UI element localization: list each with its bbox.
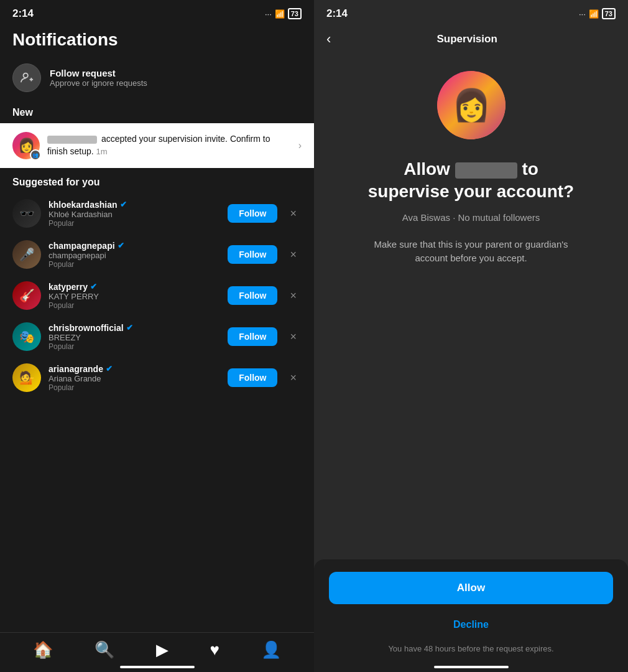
supervision-description: Make sure that this is your parent or gu… <box>366 238 577 266</box>
notification-highlight[interactable]: 👩 👥 accepted your supervision invite. Co… <box>0 123 314 168</box>
mutual-followers: No mutual followers <box>458 212 540 223</box>
left-time: 2:14 <box>12 7 34 20</box>
nav-activity-icon[interactable]: ♥ <box>210 640 219 660</box>
avatar: 🕶️ <box>12 199 41 228</box>
avatar: 🎤 <box>12 240 41 269</box>
signal-icon: ··· <box>579 9 586 19</box>
decline-button[interactable]: Decline <box>329 614 613 635</box>
sug-username: khloekardashian ✔ <box>48 200 220 210</box>
back-button[interactable]: ‹ <box>326 31 331 47</box>
dismiss-button[interactable]: × <box>285 328 302 346</box>
notif-badge-inner: 👥 <box>31 151 40 159</box>
home-indicator <box>434 666 509 668</box>
sug-username: arianagrande ✔ <box>48 364 220 374</box>
allow-title-before: Allow <box>404 159 455 179</box>
right-header: ‹ Supervision <box>314 25 628 52</box>
right-panel: 2:14 ··· 📶 73 ‹ Supervision 👩 Allow tosu… <box>314 0 628 672</box>
follow-req-text: Follow request Approve or ignore request… <box>50 68 147 88</box>
follow-req-main: Follow request <box>50 68 147 78</box>
supervisor-meta: Ava Biswas · No mutual followers <box>402 212 540 223</box>
sug-type: Popular <box>48 219 220 228</box>
list-item: 💁 arianagrande ✔ Ariana Grande Popular F… <box>0 357 314 398</box>
signal-icon: ··· <box>265 9 272 19</box>
right-bottom-sheet: Allow Decline You have 48 hours before t… <box>314 559 628 672</box>
follow-req-avatar <box>12 63 41 92</box>
left-panel: 2:14 ··· 📶 73 Notifications Follow reque… <box>0 0 314 672</box>
follow-button[interactable]: Follow <box>228 368 277 387</box>
nav-profile-icon[interactable]: 👤 <box>261 640 281 660</box>
sug-type: Popular <box>48 383 220 392</box>
verified-badge: ✔ <box>106 364 113 373</box>
svg-point-0 <box>24 73 28 78</box>
avatar: 🎸 <box>12 281 41 310</box>
sug-fullname: Khloé Kardashian <box>48 210 220 219</box>
follow-button[interactable]: Follow <box>228 286 277 305</box>
follow-button[interactable]: Follow <box>228 204 277 223</box>
supervisor-avatar: 👩 <box>437 71 506 139</box>
battery-icon: 73 <box>288 8 302 19</box>
follow-req-sub: Approve or ignore requests <box>50 78 147 88</box>
list-item: 🎤 champagnepapi ✔ champagnepapi Popular … <box>0 234 314 275</box>
nav-home-icon[interactable]: 🏠 <box>33 640 53 660</box>
supervisor-name-blurred <box>455 162 517 179</box>
allow-title: Allow tosupervise your account? <box>368 158 574 203</box>
notif-avatar-wrap: 👩 👥 <box>12 132 40 159</box>
right-time: 2:14 <box>326 7 348 20</box>
follow-button[interactable]: Follow <box>228 245 277 264</box>
supervisor-name: Ava Biswas <box>402 212 450 223</box>
left-status-bar: 2:14 ··· 📶 73 <box>0 0 314 25</box>
list-item: 🎭 chrisbrownofficial ✔ BREEZY Popular Fo… <box>0 316 314 357</box>
sug-username: champagnepapi ✔ <box>48 241 220 251</box>
notif-chevron-icon: › <box>298 140 302 151</box>
battery-icon: 73 <box>602 8 616 19</box>
sug-username: chrisbrownofficial ✔ <box>48 323 220 333</box>
right-page-title: Supervision <box>337 33 616 45</box>
right-status-icons: ··· 📶 73 <box>579 8 616 19</box>
dismiss-button[interactable]: × <box>285 205 302 223</box>
verified-badge: ✔ <box>90 282 97 291</box>
new-section-label: New <box>0 98 314 123</box>
meta-separator: · <box>453 212 458 223</box>
sug-fullname: BREEZY <box>48 333 220 342</box>
right-status-bar: 2:14 ··· 📶 73 <box>314 0 628 25</box>
avatar: 💁 <box>12 363 41 392</box>
nav-search-icon[interactable]: 🔍 <box>95 640 114 660</box>
suggested-section-label: Suggested for you <box>0 168 314 193</box>
verified-badge: ✔ <box>126 323 133 332</box>
dismiss-button[interactable]: × <box>285 369 302 387</box>
sug-info: katyperry ✔ KATY PERRY Popular <box>48 282 220 310</box>
sug-info: champagnepapi ✔ champagnepapi Popular <box>48 241 220 269</box>
sug-fullname: Ariana Grande <box>48 374 220 383</box>
notif-badge: 👥 <box>30 149 41 161</box>
follow-button[interactable]: Follow <box>228 327 277 346</box>
list-item: 🕶️ khloekardashian ✔ Khloé Kardashian Po… <box>0 193 314 234</box>
dismiss-button[interactable]: × <box>285 246 302 264</box>
list-item: 🎸 katyperry ✔ KATY PERRY Popular Follow … <box>0 275 314 316</box>
notif-text: accepted your supervision invite. Confir… <box>47 133 291 157</box>
allow-button[interactable]: Allow <box>329 572 613 604</box>
sug-fullname: KATY PERRY <box>48 292 220 301</box>
sug-info: arianagrande ✔ Ariana Grande Popular <box>48 364 220 392</box>
supervisor-avatar-img: 👩 <box>437 71 506 139</box>
wifi-icon: 📶 <box>275 9 285 19</box>
nav-reels-icon[interactable]: ▶ <box>156 640 169 660</box>
notif-blurred-name <box>47 136 97 144</box>
sug-username: katyperry ✔ <box>48 282 220 292</box>
sug-info: chrisbrownofficial ✔ BREEZY Popular <box>48 323 220 351</box>
avatar: 🎭 <box>12 322 41 351</box>
follow-request-row[interactable]: Follow request Approve or ignore request… <box>0 57 314 98</box>
sug-type: Popular <box>48 260 220 269</box>
suggested-list: 🕶️ khloekardashian ✔ Khloé Kardashian Po… <box>0 193 314 632</box>
page-title: Notifications <box>0 25 314 57</box>
sug-type: Popular <box>48 301 220 310</box>
expiry-text: You have 48 hours before the request exp… <box>329 644 613 653</box>
notif-time: 1m <box>96 147 108 156</box>
supervision-content: 👩 Allow tosupervise your account? Ava Bi… <box>314 52 628 559</box>
wifi-icon: 📶 <box>589 9 599 19</box>
sug-info: khloekardashian ✔ Khloé Kardashian Popul… <box>48 200 220 228</box>
dismiss-button[interactable]: × <box>285 287 302 305</box>
verified-badge: ✔ <box>118 241 124 250</box>
sug-fullname: champagnepapi <box>48 251 220 260</box>
home-indicator <box>120 666 195 668</box>
verified-badge: ✔ <box>120 200 127 209</box>
